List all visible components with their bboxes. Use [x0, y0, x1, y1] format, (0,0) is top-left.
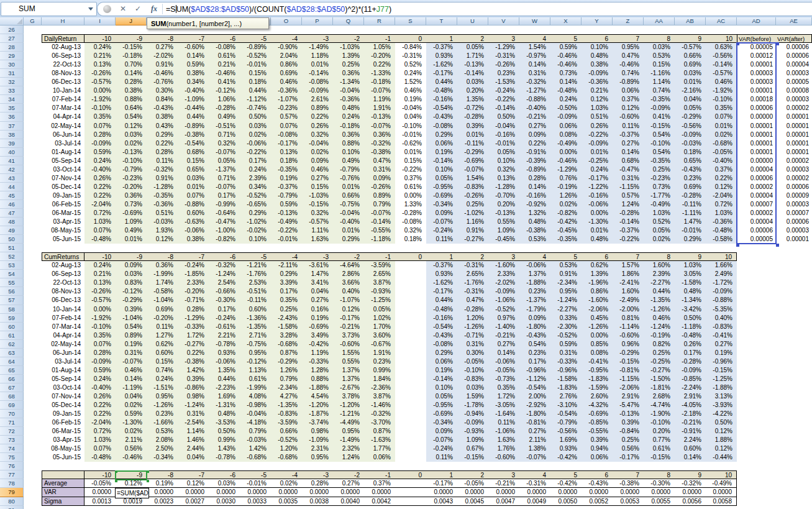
cell-AE55[interactable] [776, 278, 812, 287]
cell-AA40[interactable]: 0.54% [644, 148, 675, 157]
cell-Y73[interactable]: 0.39% [582, 436, 613, 444]
cell-N76[interactable] [240, 462, 271, 470]
cell-S58[interactable] [395, 305, 426, 314]
cell-O50[interactable]: -0.01% [271, 235, 302, 244]
cell-Z59[interactable]: 0.81% [613, 314, 644, 323]
cell-M71[interactable]: -3.53% [209, 418, 240, 427]
cell-V65[interactable]: -0.05% [488, 366, 519, 375]
cell-R49[interactable]: -0.55% [364, 226, 395, 235]
cell-Q42[interactable]: -0.79% [333, 165, 364, 174]
cell-R55[interactable]: 3.87% [364, 278, 395, 287]
cell-L35[interactable]: -0.44% [178, 104, 209, 112]
cell-AB80[interactable]: 0.0056 [675, 497, 706, 506]
cell-M63[interactable]: 0.93% [209, 349, 240, 357]
cell-Y52[interactable]: 6 [582, 252, 613, 261]
cell-Y62[interactable]: 0.85% [582, 340, 613, 349]
cell-Z77[interactable]: 7 [613, 470, 644, 479]
cell-N75[interactable]: -0.68% [240, 453, 271, 462]
cell-AC55[interactable]: -1.72% [706, 278, 737, 287]
cell-J76[interactable] [116, 462, 147, 470]
cell-V26[interactable] [488, 25, 519, 34]
cell-Q69[interactable]: -1.20% [333, 401, 364, 410]
column-header-W[interactable]: W [519, 17, 550, 25]
cell-S47[interactable]: -0.28% [395, 209, 426, 218]
cell-M65[interactable]: 1.35% [209, 366, 240, 375]
cell-R32[interactable]: -0.18% [364, 78, 395, 86]
cell-T31[interactable]: -0.17% [426, 69, 457, 78]
cell-K78[interactable]: 0.19% [147, 479, 178, 488]
cell-H35[interactable]: 07-Mar-14 [42, 104, 84, 112]
cell-W79[interactable]: 0.0000 [519, 488, 550, 497]
cell-I28[interactable]: 0.24% [84, 43, 116, 52]
cell-AC44[interactable]: 0.12% [706, 183, 737, 191]
cell-J66[interactable]: 0.14% [116, 375, 147, 383]
cell-Y45[interactable]: -0.16% [582, 191, 613, 200]
cell-R79[interactable]: 0.0000 [364, 488, 395, 497]
cell-W75[interactable]: -0.07% [519, 453, 550, 462]
cell-I53[interactable]: 0.24% [84, 261, 116, 270]
cell-I57[interactable]: -0.57% [84, 296, 116, 305]
cell-O69[interactable]: -1.35% [271, 401, 302, 410]
cell-AE42[interactable]: 0.00003 [776, 165, 812, 174]
cell-AD58[interactable] [737, 305, 776, 314]
cell-AA68[interactable]: 2.68% [644, 392, 675, 401]
cell-AB46[interactable]: -0.11% [675, 200, 706, 209]
cell-M31[interactable]: -0.46% [209, 69, 240, 78]
formula-bar[interactable]: ✕ ✓ fx =SUM($AD$28:$AD$50)/(COUNT($AD$28… [97, 2, 812, 16]
cell-J32[interactable]: 0.28% [116, 78, 147, 86]
cell-Z80[interactable]: 0.0053 [613, 497, 644, 506]
cell-W73[interactable]: 2.11% [519, 436, 550, 444]
cell-Z69[interactable]: -5.47% [613, 401, 644, 410]
cell-V34[interactable]: -0.22% [488, 95, 519, 104]
cell-AA51[interactable] [644, 244, 675, 252]
cell-L66[interactable]: 0.39% [178, 375, 209, 383]
cell-W51[interactable] [519, 244, 550, 252]
cell-AC34[interactable]: -0.10% [706, 95, 737, 104]
cell-Q59[interactable]: -0.17% [333, 314, 364, 323]
cell-Y38[interactable]: -0.22% [582, 131, 613, 139]
cell-V81[interactable] [488, 506, 519, 509]
cell-L54[interactable]: -1.85% [178, 270, 209, 278]
cell-W54[interactable]: 1.37% [519, 270, 550, 278]
cell-AE67[interactable] [776, 383, 812, 392]
cell-M29[interactable]: 0.61% [209, 52, 240, 60]
cell-AD56[interactable] [737, 287, 776, 296]
cell-R39[interactable]: -0.32% [364, 139, 395, 148]
cell-P47[interactable]: 0.32% [302, 209, 333, 218]
cell-K41[interactable]: 0.11% [147, 157, 178, 165]
cell-U29[interactable]: 1.71% [457, 52, 488, 60]
cell-Q34[interactable]: -0.36% [333, 95, 364, 104]
cell-N37[interactable]: 0.03% [240, 122, 271, 131]
cell-N48[interactable]: -1.02% [240, 218, 271, 226]
cell-U71[interactable]: -0.09% [457, 418, 488, 427]
cell-AD26[interactable] [737, 25, 776, 34]
cell-X65[interactable]: -0.96% [550, 366, 582, 375]
cell-G52[interactable] [24, 252, 42, 261]
cell-Y37[interactable]: 0.26% [582, 122, 613, 131]
cell-P73[interactable]: -1.09% [302, 436, 333, 444]
cell-M73[interactable]: 0.99% [209, 436, 240, 444]
cell-N31[interactable]: 0.15% [240, 69, 271, 78]
cell-O78[interactable]: 0.02% [271, 479, 302, 488]
cell-R67[interactable]: -2.36% [364, 383, 395, 392]
row-header-50[interactable]: 50 [0, 235, 24, 244]
cell-AE34[interactable]: 0.00003 [776, 95, 812, 104]
cell-Q65[interactable]: 1.37% [333, 366, 364, 375]
cell-AA31[interactable]: -1.16% [644, 69, 675, 78]
cell-AC56[interactable]: -0.09% [706, 287, 737, 296]
cell-O54[interactable]: 0.29% [271, 270, 302, 278]
cell-P41[interactable]: 0.09% [302, 157, 333, 165]
cell-Z45[interactable]: 0.57% [613, 191, 644, 200]
cell-AC48[interactable]: -0.36% [706, 218, 737, 226]
cell-I50[interactable]: -0.48% [84, 235, 116, 244]
name-box[interactable]: SUM [1, 2, 97, 16]
cell-J29[interactable]: -0.18% [116, 52, 147, 60]
cell-G65[interactable] [24, 366, 42, 375]
cell-K57[interactable]: -1.04% [147, 296, 178, 305]
cell-O52[interactable]: -4 [271, 252, 302, 261]
cell-G68[interactable] [24, 392, 42, 401]
cell-AA63[interactable]: 0.25% [644, 349, 675, 357]
cell-AA35[interactable]: -0.09% [644, 104, 675, 112]
cell-Q73[interactable]: -1.49% [333, 436, 364, 444]
column-header-AC[interactable]: AC [706, 17, 737, 25]
